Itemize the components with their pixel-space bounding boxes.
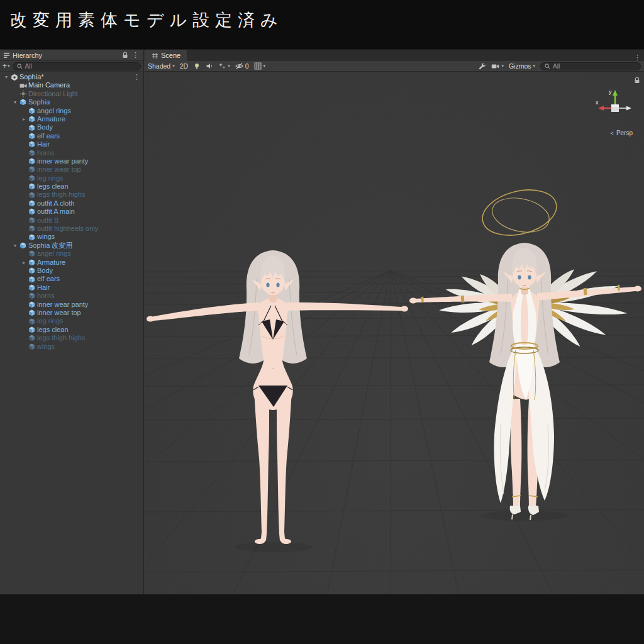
tab-scene[interactable]: Scene [145,50,187,61]
2d-toggle-button[interactable]: 2D [180,62,188,70]
scene-toolbar: Shaded ▾ 2D [145,61,644,72]
hierarchy-item-sophia-2[interactable]: ▾Sophia [0,98,143,106]
shading-mode-dropdown[interactable]: Shaded ▾ [148,62,175,70]
scene-lighting-toggle[interactable] [193,62,201,70]
gizmos-dropdown[interactable]: Gizmos ▾ [509,62,535,70]
model-shadow [234,542,312,552]
hierarchy-item-angel-rings[interactable]: angel rings [0,107,143,115]
arm-left [152,303,260,321]
hierarchy-item-label: inner wear panty [37,157,88,165]
hierarchy-item-sophia-3[interactable]: ▾Sophia 改変用 [0,242,143,250]
hierarchy-item-angel-rings-2[interactable]: angel rings [0,250,143,258]
hierarchy-item-legs-clean[interactable]: legs clean [0,182,143,191]
prefab-cube-icon [28,133,35,140]
shading-mode-label: Shaded [148,62,170,70]
hierarchy-item-label: Hair [37,140,50,148]
prefab-cube-icon [28,335,35,341]
hierarchy-item-label: leg rings [37,174,64,182]
create-object-button[interactable]: + ▾ [3,62,10,70]
hierarchy-item-label: inner wear panty [37,301,88,309]
hierarchy-item-wings[interactable]: wings [0,233,143,241]
hierarchy-header: Hierarchy ⋮ [0,50,143,61]
hierarchy-kebab-menu-icon[interactable]: ⋮ [131,52,140,58]
hierarchy-item-horns[interactable]: horns [0,149,143,157]
axis-neg-x-cone[interactable] [626,106,631,111]
hierarchy-item-inner-wear-top-2[interactable]: inner wear top [0,309,143,317]
effects-stars-icon [218,62,226,70]
viewport-lock-icon[interactable] [634,77,640,84]
hierarchy-item-main-camera[interactable]: Main Camera [0,81,143,89]
model-sophia-kaihen[interactable] [409,182,641,520]
scene-tabstrip: Scene ⋮ [145,50,644,61]
hierarchy-item-inner-wear-panty-2[interactable]: inner wear panty [0,301,143,309]
gold-armband [461,296,465,303]
hierarchy-item-outfit-a-cloth[interactable]: outfit A cloth [0,199,143,208]
hierarchy-item-body-2[interactable]: Body [0,267,143,275]
hierarchy-item-legs-clean-2[interactable]: legs clean [0,326,143,334]
model-sophia[interactable] [147,250,408,544]
hierarchy-item-label: wings [37,343,55,351]
prefab-cube-icon [28,250,35,257]
prefab-cube-icon [28,259,35,266]
panel-menu-icon[interactable] [3,52,10,58]
hierarchy-item-label: Armature [37,258,65,267]
hierarchy-search-input[interactable]: All [13,62,141,70]
scene-viewport[interactable]: x y < Persp [145,72,644,594]
row-kebab-menu-icon[interactable]: ⋮ [133,73,140,81]
leg-left [511,399,522,507]
hierarchy-item-directional-light[interactable]: Directional Light [0,90,143,98]
scene-search-input[interactable]: All [540,62,641,70]
hierarchy-item-leg-rings[interactable]: leg rings [0,174,143,182]
hierarchy-item-outfit-b[interactable]: outfit B [0,216,143,225]
hierarchy-item-horns-2[interactable]: horns [0,292,143,300]
scene-effects-dropdown[interactable]: ▾ [218,62,230,70]
camera-icon [19,82,27,89]
scene-panel: Scene ⋮ Shaded ▾ 2D [145,50,644,594]
model-shadow [480,511,569,521]
scene-kebab-menu-icon[interactable]: ⋮ [633,54,644,61]
lock-icon[interactable] [122,52,128,58]
hidden-objects-toggle[interactable]: 0 [235,62,249,70]
scene-audio-toggle[interactable] [206,62,213,70]
projection-toggle[interactable]: < Persp [611,130,633,136]
hierarchy-item-label: horns [37,149,55,157]
hierarchy-item-sophia[interactable]: ▾Sophia*⋮ [0,73,143,81]
grid-settings-dropdown[interactable]: ▾ [254,62,266,70]
hierarchy-item-armature-2[interactable]: ▸Armature [0,258,143,267]
hierarchy-searchbar: + ▾ All [0,61,143,72]
expand-arrow-icon[interactable]: ▸ [20,115,28,123]
hierarchy-item-label: Body [37,267,53,275]
hierarchy-item-elf-ears-2[interactable]: elf ears [0,275,143,283]
leg-left [254,389,269,543]
hierarchy-item-legs-thigh-highs[interactable]: legs thigh highs [0,191,143,199]
prefab-cube-icon [28,217,35,224]
hierarchy-item-legs-thigh-highs-2[interactable]: legs thigh highs [0,334,143,342]
hierarchy-item-outfit-a-main[interactable]: outfit A main [0,208,143,216]
prefab-cube-icon [28,208,35,215]
hierarchy-item-inner-wear-panty[interactable]: inner wear panty [0,157,143,165]
tool-settings-button[interactable] [478,62,486,70]
hierarchy-item-armature[interactable]: ▸Armature [0,115,143,123]
axis-y-cone[interactable] [613,90,618,96]
scene-camera-dropdown[interactable]: ▾ [491,63,504,70]
axis-x-label: x [596,99,599,106]
expand-arrow-icon[interactable]: ▾ [11,242,19,250]
hierarchy-item-hair-2[interactable]: Hair [0,284,143,292]
hierarchy-item-hair[interactable]: Hair [0,140,143,148]
hierarchy-item-label: legs thigh highs [37,191,85,199]
expand-arrow-icon[interactable]: ▾ [11,98,19,106]
axis-x-cone[interactable] [598,106,604,111]
hierarchy-item-inner-wear-top[interactable]: inner wear top [0,165,143,174]
hierarchy-item-wings-2[interactable]: wings [0,343,143,351]
axis-orientation-gizmo[interactable]: x y [595,88,635,128]
hierarchy-item-body[interactable]: Body [0,123,143,131]
hierarchy-item-outfit-highheels-only[interactable]: outfit highheels only [0,225,143,233]
prefab-cube-icon [28,301,35,308]
scene-3d-content [145,72,644,594]
hierarchy-item-leg-rings-2[interactable]: leg rings [0,317,143,325]
expand-arrow-icon[interactable]: ▸ [20,258,28,267]
hierarchy-item-elf-ears[interactable]: elf ears [0,132,143,140]
expand-arrow-icon[interactable]: ▾ [3,73,10,81]
prefab-cube-icon [28,108,35,114]
hierarchy-item-label: Directional Light [28,90,78,98]
